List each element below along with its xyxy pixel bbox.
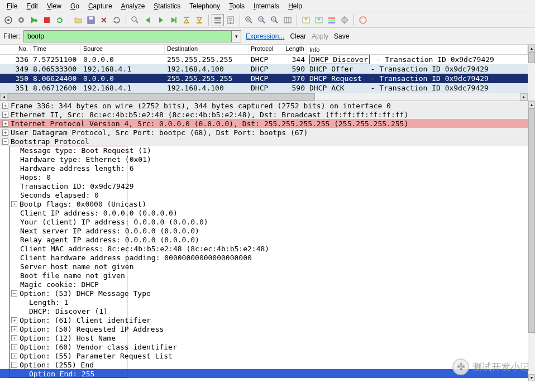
detail-line[interactable]: +Option: (55) Parameter Request List xyxy=(0,351,528,360)
packet-list-vscroll[interactable]: ▴ xyxy=(528,45,535,101)
filter-apply-button[interactable]: Apply xyxy=(311,32,329,40)
packet-row[interactable]: 3498.06533300192.168.4.1192.168.4.100DHC… xyxy=(0,64,528,74)
detail-line[interactable]: +Option: (61) Client identifier xyxy=(0,315,528,324)
menu-tools[interactable]: Tools xyxy=(224,1,249,11)
detail-line[interactable]: −Option: (255) End xyxy=(0,360,528,369)
interfaces-icon[interactable] xyxy=(2,14,15,26)
hscroll-right-icon[interactable]: ▸ xyxy=(520,93,528,101)
detail-line[interactable]: +Option: (60) Vendor class identifier xyxy=(0,342,528,351)
scroll-down-icon[interactable]: ▾ xyxy=(528,374,535,381)
packet-row[interactable]: 3508.066244000.0.0.0255.255.255.255DHCP3… xyxy=(0,74,528,83)
detail-line[interactable]: Server host name not given xyxy=(0,262,528,271)
hscroll-thumb[interactable] xyxy=(8,93,315,101)
detail-line[interactable]: Transaction ID: 0x9dc79429 xyxy=(0,181,528,190)
col-header-time[interactable]: Time xyxy=(31,45,81,54)
expand-icon[interactable]: + xyxy=(11,344,17,350)
packet-row[interactable]: 3518.06712600192.168.4.1192.168.4.100DHC… xyxy=(0,83,528,93)
detail-line[interactable]: −Bootstrap Protocol xyxy=(0,137,528,146)
detail-line[interactable]: +User Datagram Protocol, Src Port: bootp… xyxy=(0,128,528,137)
detail-line[interactable]: Your (client) IP address: 0.0.0.0 (0.0.0… xyxy=(0,217,528,226)
expand-icon[interactable]: + xyxy=(2,112,8,118)
preferences-icon[interactable] xyxy=(338,14,351,26)
menu-help[interactable]: Help xyxy=(284,1,307,11)
detail-line[interactable]: Magic cookie: DHCP xyxy=(0,280,528,289)
detail-line[interactable]: +Ethernet II, Src: 8c:ec:4b:b5:e2:48 (8c… xyxy=(0,110,528,119)
collapse-icon[interactable]: − xyxy=(11,362,17,368)
scroll-thumb[interactable] xyxy=(528,52,535,63)
detail-line[interactable]: Relay agent IP address: 0.0.0.0 (0.0.0.0… xyxy=(0,235,528,244)
help-icon[interactable] xyxy=(357,14,369,26)
menu-capture[interactable]: Capture xyxy=(84,1,117,11)
menu-analyze[interactable]: Analyze xyxy=(117,1,150,11)
menu-telephony[interactable]: Telephony xyxy=(185,1,224,11)
detail-line[interactable]: +Option: (50) Requested IP Address xyxy=(0,324,528,333)
zoom-in-icon[interactable] xyxy=(243,14,255,26)
col-header-protocol[interactable]: Protocol xyxy=(249,45,279,54)
reload-icon[interactable] xyxy=(111,14,123,26)
detail-line[interactable]: Hardware address length: 6 xyxy=(0,164,528,173)
coloring-rules-icon[interactable] xyxy=(326,14,338,26)
expand-icon[interactable]: + xyxy=(11,326,17,332)
menu-edit[interactable]: Edit xyxy=(22,1,42,11)
open-file-icon[interactable] xyxy=(72,14,84,26)
col-header-no[interactable]: No. xyxy=(0,45,31,54)
filter-dropdown-icon[interactable]: ▾ xyxy=(231,30,241,42)
col-header-length[interactable]: Length xyxy=(279,45,307,54)
col-header-info[interactable]: Info xyxy=(307,45,528,54)
detail-line[interactable]: +Internet Protocol Version 4, Src: 0.0.0… xyxy=(0,119,528,128)
detail-line[interactable]: Next server IP address: 0.0.0.0 (0.0.0.0… xyxy=(0,226,528,235)
detail-line[interactable]: DHCP: Discover (1) xyxy=(0,307,528,315)
expand-icon[interactable]: + xyxy=(2,121,8,127)
expand-icon[interactable]: + xyxy=(11,353,17,359)
find-packet-icon[interactable] xyxy=(129,14,141,26)
detail-line[interactable]: Boot file name not given xyxy=(0,271,528,280)
detail-line[interactable]: −Option: (53) DHCP Message Type xyxy=(0,289,528,298)
go-last-icon[interactable] xyxy=(193,14,206,26)
col-header-destination[interactable]: Destination xyxy=(165,45,249,54)
auto-scroll-icon[interactable] xyxy=(224,14,237,26)
detail-line[interactable]: Client hardware address padding: 0000000… xyxy=(0,253,528,262)
display-filters-icon[interactable] xyxy=(313,14,325,26)
filter-clear-button[interactable]: Clear xyxy=(289,32,307,40)
details-vscroll[interactable]: ▴ ▾ xyxy=(528,101,535,381)
resize-columns-icon[interactable] xyxy=(281,14,294,26)
save-file-icon[interactable] xyxy=(85,14,97,26)
scroll-thumb[interactable] xyxy=(528,108,535,333)
detail-line[interactable]: Client MAC address: 8c:ec:4b:b5:e2:48 (8… xyxy=(0,244,528,253)
collapse-icon[interactable]: − xyxy=(11,290,17,297)
scroll-up-icon[interactable]: ▴ xyxy=(528,101,535,108)
detail-line[interactable]: Client IP address: 0.0.0.0 (0.0.0.0) xyxy=(0,208,528,217)
capture-filters-icon[interactable] xyxy=(300,14,312,26)
expand-icon[interactable]: + xyxy=(11,201,17,207)
scroll-up-icon[interactable]: ▴ xyxy=(528,45,535,52)
menu-view[interactable]: View xyxy=(42,1,66,11)
expand-icon[interactable]: + xyxy=(11,335,17,341)
menu-internals[interactable]: Internals xyxy=(249,1,284,11)
detail-line[interactable]: Seconds elapsed: 0 xyxy=(0,190,528,199)
go-back-icon[interactable] xyxy=(142,14,154,26)
filter-save-button[interactable]: Save xyxy=(333,32,350,40)
menu-statistics[interactable]: Statistics xyxy=(149,1,185,11)
packet-row[interactable]: 3367.572511000.0.0.0255.255.255.255DHCP3… xyxy=(0,55,528,64)
detail-line[interactable]: Length: 1 xyxy=(0,298,528,307)
packet-list-hscroll[interactable]: ◂ ▸ xyxy=(0,93,535,101)
options-icon[interactable] xyxy=(15,14,27,26)
hscroll-left-icon[interactable]: ◂ xyxy=(0,93,8,101)
start-capture-icon[interactable] xyxy=(28,14,40,26)
expand-icon[interactable]: + xyxy=(2,103,8,109)
go-first-icon[interactable] xyxy=(180,14,193,26)
go-to-packet-icon[interactable] xyxy=(168,14,180,26)
colorize-icon[interactable] xyxy=(212,14,224,26)
detail-line[interactable]: +Bootp flags: 0x0000 (Unicast) xyxy=(0,199,528,208)
restart-capture-icon[interactable] xyxy=(54,14,66,26)
col-header-source[interactable]: Source xyxy=(81,45,165,54)
detail-line[interactable]: Hops: 0 xyxy=(0,173,528,181)
filter-input[interactable] xyxy=(23,30,231,42)
menu-file[interactable]: File xyxy=(2,1,22,11)
zoom-100-icon[interactable]: 1 xyxy=(269,14,281,26)
close-file-icon[interactable] xyxy=(98,14,110,26)
detail-line[interactable]: Option End: 255 xyxy=(0,369,528,378)
zoom-out-icon[interactable] xyxy=(256,14,268,26)
expand-icon[interactable]: + xyxy=(11,317,17,323)
detail-line[interactable]: +Option: (12) Host Name xyxy=(0,333,528,342)
